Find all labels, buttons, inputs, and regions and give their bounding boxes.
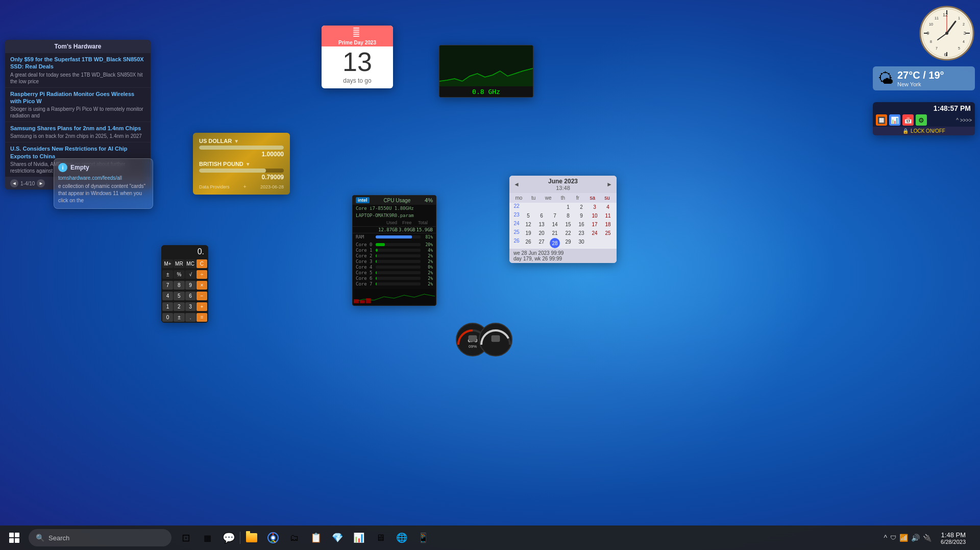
calc-equals[interactable]: = bbox=[197, 313, 207, 322]
tb-app1[interactable]: 📋 bbox=[306, 528, 326, 548]
calc-multiply[interactable]: × bbox=[197, 281, 207, 290]
taskbar-clock[interactable]: 1:48 PM 6/28/2023 bbox=[936, 531, 971, 545]
tb-chat[interactable]: 💬 bbox=[218, 528, 239, 548]
mini-cal-footer: we 28 Jun 2023 99:99 day 179, wk 26 99:9… bbox=[509, 249, 617, 263]
cal-cell-17[interactable]: 17 bbox=[588, 221, 601, 228]
cal-cell-24[interactable]: 24 bbox=[588, 229, 601, 237]
calc-mc[interactable]: MC bbox=[185, 259, 196, 268]
tb-filezilla[interactable]: 🗂 bbox=[284, 528, 305, 548]
cal-cell-22[interactable]: 22 bbox=[561, 229, 575, 237]
news-prev-button[interactable]: ◄ bbox=[10, 179, 18, 187]
cal-cell-27[interactable]: 27 bbox=[535, 238, 548, 248]
cal-cell-5[interactable]: 5 bbox=[522, 212, 535, 220]
ram-bar-row: RAM 81% bbox=[356, 234, 433, 240]
calc-percent[interactable]: % bbox=[174, 270, 184, 279]
cal-cell-28-today[interactable]: 28 bbox=[550, 238, 560, 248]
lock-button[interactable]: 🔒 LOCK ON/OFF bbox=[873, 127, 975, 135]
cal-cell-6[interactable]: 6 bbox=[535, 212, 548, 220]
cal-cell-8[interactable]: 8 bbox=[561, 212, 575, 220]
tb-widgets[interactable]: ▦ bbox=[197, 528, 217, 548]
cal-cell-23[interactable]: 23 bbox=[575, 229, 588, 237]
calc-mr[interactable]: MR bbox=[174, 259, 184, 268]
cal-cell-empty4[interactable] bbox=[588, 238, 601, 248]
cal-cell-11[interactable]: 11 bbox=[601, 212, 615, 220]
tb-app6[interactable]: 📱 bbox=[413, 528, 433, 548]
calc-clear[interactable]: C bbox=[197, 259, 207, 268]
cal-cell-3[interactable]: 3 bbox=[588, 203, 601, 211]
cal-cell-29[interactable]: 29 bbox=[561, 238, 575, 248]
calc-sqrt[interactable]: √ bbox=[185, 270, 196, 279]
start-button[interactable] bbox=[4, 528, 24, 548]
calc-7[interactable]: 7 bbox=[162, 281, 173, 290]
cal-cell-empty1[interactable] bbox=[522, 203, 535, 211]
calc-5[interactable]: 5 bbox=[174, 292, 184, 300]
cal-cell-1[interactable]: 1 bbox=[561, 203, 575, 211]
tb-app4[interactable]: 🖥 bbox=[370, 528, 390, 548]
svg-text:4: 4 bbox=[963, 40, 965, 43]
cal-cell-empty5[interactable] bbox=[601, 238, 615, 248]
calc-plusminus[interactable]: ± bbox=[174, 313, 184, 322]
news-item-1[interactable]: Only $59 for the Superfast 1TB WD_Black … bbox=[5, 53, 151, 88]
battery-icon[interactable]: 🔌 bbox=[923, 534, 932, 542]
calc-4[interactable]: 4 bbox=[162, 292, 173, 300]
core-label-7: Core 7 bbox=[356, 281, 374, 286]
cal-cell-25[interactable]: 25 bbox=[601, 229, 615, 237]
cal-cell-26[interactable]: 26 bbox=[522, 238, 535, 248]
tb-app3[interactable]: 📊 bbox=[349, 528, 369, 548]
search-bar[interactable]: 🔍 Search bbox=[29, 529, 172, 546]
cal-cell-4[interactable]: 4 bbox=[601, 203, 615, 211]
cal-cell-21[interactable]: 21 bbox=[548, 229, 561, 237]
widgets-icon: ▦ bbox=[204, 533, 211, 543]
chevron-up-icon[interactable]: ^ bbox=[884, 534, 887, 542]
show-desktop-button[interactable] bbox=[972, 528, 976, 548]
day-name-mo: mo bbox=[511, 194, 526, 202]
calc-plus[interactable]: + bbox=[197, 302, 207, 311]
shield-icon[interactable]: 🛡 bbox=[890, 534, 896, 541]
calc-decimal[interactable]: . bbox=[185, 313, 196, 322]
app3-icon: 📊 bbox=[353, 532, 364, 543]
cpu-table-header: Used Free Total bbox=[353, 219, 436, 227]
cal-cell-15[interactable]: 15 bbox=[561, 221, 575, 228]
cal-cell-2[interactable]: 2 bbox=[575, 203, 588, 211]
volume-icon[interactable]: 🔊 bbox=[911, 534, 920, 542]
calc-divide[interactable]: ÷ bbox=[197, 270, 207, 279]
mini-cal-next[interactable]: ► bbox=[606, 181, 612, 188]
calc-6[interactable]: 6 bbox=[185, 292, 196, 300]
cal-cell-7[interactable]: 7 bbox=[548, 212, 561, 220]
currency-add-icon[interactable]: + bbox=[243, 184, 247, 189]
cal-cell-12[interactable]: 12 bbox=[522, 221, 535, 228]
calc-3[interactable]: 3 bbox=[185, 302, 196, 311]
cal-cell-9[interactable]: 9 bbox=[575, 212, 588, 220]
tb-app5[interactable]: 🌐 bbox=[391, 528, 412, 548]
calc-9[interactable]: 9 bbox=[185, 281, 196, 290]
tb-chrome[interactable] bbox=[263, 528, 283, 548]
calc-sign[interactable]: ± bbox=[162, 270, 173, 279]
calc-0[interactable]: 0 bbox=[162, 313, 173, 322]
calc-2[interactable]: 2 bbox=[174, 302, 184, 311]
task-view-icon: ⊡ bbox=[182, 532, 190, 544]
cal-cell-20[interactable]: 20 bbox=[535, 229, 548, 237]
calc-m-plus[interactable]: M+ bbox=[162, 259, 173, 268]
calc-1[interactable]: 1 bbox=[162, 302, 173, 311]
info-link[interactable]: tomshardware.com/feeds/all bbox=[58, 175, 149, 181]
mini-cal-prev[interactable]: ◄ bbox=[513, 181, 520, 188]
tb-task-view[interactable]: ⊡ bbox=[176, 528, 196, 548]
cal-cell-10[interactable]: 10 bbox=[588, 212, 601, 220]
calc-8[interactable]: 8 bbox=[174, 281, 184, 290]
cal-cell-empty2[interactable] bbox=[535, 203, 548, 211]
news-item-2[interactable]: Raspberry Pi Radiation Monitor Goes Wire… bbox=[5, 88, 151, 123]
news-item-3[interactable]: Samsung Shares Plans for 2nm and 1.4nm C… bbox=[5, 122, 151, 142]
cal-cell-18[interactable]: 18 bbox=[601, 221, 615, 228]
cal-cell-14[interactable]: 14 bbox=[548, 221, 561, 228]
cal-cell-19[interactable]: 19 bbox=[522, 229, 535, 237]
news-next-button[interactable]: ► bbox=[37, 179, 45, 187]
cal-cell-16[interactable]: 16 bbox=[575, 221, 588, 228]
tb-app2[interactable]: 💎 bbox=[327, 528, 348, 548]
cal-cell-30[interactable]: 30 bbox=[575, 238, 588, 248]
windows-logo-icon bbox=[9, 533, 19, 543]
cal-cell-13[interactable]: 13 bbox=[535, 221, 548, 228]
cal-cell-empty3[interactable] bbox=[548, 203, 561, 211]
calc-minus[interactable]: − bbox=[197, 292, 207, 300]
wifi-icon[interactable]: 📶 bbox=[899, 534, 908, 542]
tb-file-explorer[interactable] bbox=[241, 528, 262, 548]
